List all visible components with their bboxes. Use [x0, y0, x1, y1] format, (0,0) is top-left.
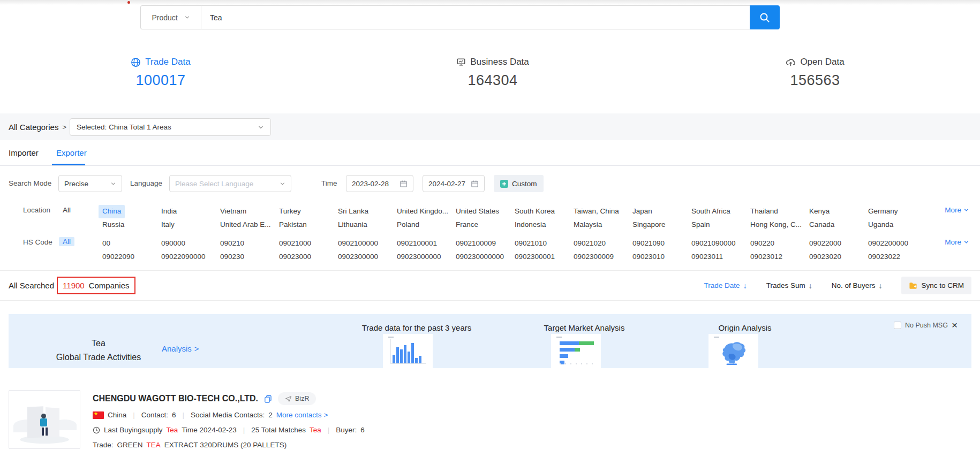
more-contacts-link[interactable]: More contacts >: [276, 411, 328, 419]
custom-date-button[interactable]: Custom: [494, 175, 544, 192]
hs-code-item[interactable]: 090210: [220, 237, 244, 250]
hs-code-item[interactable]: 090230000000: [456, 250, 504, 264]
sync-to-crm-button[interactable]: Sync to CRM: [901, 277, 971, 294]
hs-code-item[interactable]: 0902100009: [456, 237, 496, 250]
hs-code-item[interactable]: 09021090000: [691, 237, 736, 250]
hs-code-item[interactable]: 09021020: [574, 237, 606, 250]
location-item[interactable]: Kenya: [809, 205, 830, 218]
company-name[interactable]: CHENGDU WAGOTT BIO-TECH CO.,LTD.: [93, 394, 258, 403]
close-icon[interactable]: ×: [952, 322, 958, 329]
hs-code-item[interactable]: 09023000000: [397, 250, 441, 264]
location-item[interactable]: Hong Kong, C...: [750, 218, 802, 232]
location-item[interactable]: Singapore: [632, 218, 666, 232]
location-item[interactable]: United Arab E...: [220, 218, 271, 232]
hs-code-item[interactable]: 09021010: [515, 237, 547, 250]
person-legs: [42, 428, 49, 436]
location-item[interactable]: Germany: [868, 205, 898, 218]
mini-bar-chart: [390, 339, 426, 364]
location-item[interactable]: Thailand: [750, 205, 778, 218]
hs-code-item[interactable]: 09022090000: [161, 250, 206, 264]
copy-icon[interactable]: [264, 395, 272, 403]
analysis-link[interactable]: Analysis >: [162, 344, 199, 353]
hs-code-item[interactable]: 09023010: [632, 250, 665, 264]
no-push-checkbox[interactable]: [894, 322, 901, 329]
location-item[interactable]: Russia: [102, 218, 124, 232]
location-more-link[interactable]: More: [945, 206, 969, 214]
location-all[interactable]: All: [63, 206, 71, 214]
location-item[interactable]: Uganda: [868, 218, 893, 232]
sort-no-of-buyers[interactable]: No. of Buyers ↓: [832, 281, 883, 290]
hs-code-item[interactable]: 09023020: [809, 250, 841, 264]
hs-code-item[interactable]: 0902300001: [515, 250, 555, 264]
stat-business-data[interactable]: Business Data 164304: [412, 57, 573, 89]
location-item[interactable]: China: [99, 205, 125, 218]
company-thumbnail[interactable]: [9, 390, 80, 449]
all-categories-link[interactable]: All Categories >: [9, 113, 66, 140]
search-button[interactable]: [750, 5, 780, 29]
hs-code-item[interactable]: 0902300009: [574, 250, 614, 264]
date-from-input[interactable]: 2023-02-28: [346, 175, 413, 192]
tab-exporter[interactable]: Exporter: [56, 140, 87, 165]
china-map-thumbnail[interactable]: [708, 334, 758, 368]
stat-trade-data[interactable]: Trade Data 100017: [80, 57, 241, 89]
buyer-label: Buyer:: [336, 426, 357, 434]
location-item[interactable]: India: [161, 205, 177, 218]
search-mode-select[interactable]: Precise: [58, 175, 122, 192]
hs-code-item[interactable]: 09021000: [279, 237, 311, 250]
stacked-bar-thumbnail[interactable]: [551, 334, 601, 368]
location-item[interactable]: Italy: [161, 218, 175, 232]
bizr-badge[interactable]: BizR: [278, 392, 316, 405]
location-item[interactable]: Malaysia: [574, 218, 602, 232]
hs-code-item[interactable]: 09023022: [868, 250, 900, 264]
location-item[interactable]: Spain: [691, 218, 710, 232]
chevron-down-icon: [258, 124, 264, 131]
selected-areas-dropdown[interactable]: Selected: China Total 1 Areas: [70, 118, 271, 136]
hs-code-item[interactable]: 09021090: [632, 237, 665, 250]
hs-code-item[interactable]: 09022000: [809, 237, 841, 250]
location-item[interactable]: Pakistan: [279, 218, 307, 232]
search-category-dropdown[interactable]: Product: [141, 6, 201, 29]
hs-code-item[interactable]: 09023000: [279, 250, 311, 264]
divider: |: [133, 411, 135, 419]
hs-code-item[interactable]: 090000: [161, 237, 185, 250]
hs-code-item[interactable]: 0902100001: [397, 237, 437, 250]
location-item[interactable]: France: [456, 218, 478, 232]
hs-code-all[interactable]: All: [59, 237, 74, 246]
location-item[interactable]: Indonesia: [515, 218, 546, 232]
sort-trades-sum[interactable]: Trades Sum ↓: [766, 281, 812, 290]
trade-text: GREEN: [117, 441, 143, 449]
bar-chart-thumbnail[interactable]: [383, 334, 433, 368]
location-item[interactable]: Taiwan, China: [574, 205, 619, 218]
stat-value: 156563: [735, 72, 895, 89]
hs-code-item[interactable]: 0902300000: [338, 250, 378, 264]
location-item[interactable]: United Kingdo...: [397, 205, 448, 218]
hs-code-item[interactable]: 09023012: [750, 250, 782, 264]
sort-trade-date[interactable]: Trade Date ↓: [704, 281, 747, 290]
hs-code-item[interactable]: 090220: [750, 237, 774, 250]
presentation-chart-icon: [456, 57, 466, 67]
location-item[interactable]: Japan: [632, 205, 652, 218]
hs-code-item[interactable]: 090230: [220, 250, 244, 264]
hs-row2: 0902209009022090000090230090230000902300…: [102, 250, 927, 264]
location-item[interactable]: Sri Lanka: [338, 205, 368, 218]
tab-importer[interactable]: Importer: [9, 140, 39, 165]
hs-code-item[interactable]: 0902100000: [338, 237, 378, 250]
hs-code-item[interactable]: 0902200000: [868, 237, 908, 250]
stat-value: 100017: [80, 72, 241, 89]
location-item[interactable]: South Korea: [515, 205, 555, 218]
location-item[interactable]: United States: [456, 205, 499, 218]
location-item[interactable]: Vietnam: [220, 205, 246, 218]
location-item[interactable]: Turkey: [279, 205, 301, 218]
hs-more-link[interactable]: More: [945, 238, 969, 246]
date-to-input[interactable]: 2024-02-27: [423, 175, 485, 192]
location-item[interactable]: Canada: [809, 218, 834, 232]
stat-open-data[interactable]: Open Data 156563: [735, 57, 895, 89]
search-input[interactable]: [201, 6, 750, 29]
location-item[interactable]: Lithuania: [338, 218, 367, 232]
hs-code-item[interactable]: 09022090: [102, 250, 134, 264]
hs-code-item[interactable]: 00: [102, 237, 110, 250]
language-select[interactable]: Please Select Language: [169, 175, 291, 192]
location-item[interactable]: Poland: [397, 218, 419, 232]
location-item[interactable]: South Africa: [691, 205, 730, 218]
hs-code-item[interactable]: 09023011: [691, 250, 723, 264]
